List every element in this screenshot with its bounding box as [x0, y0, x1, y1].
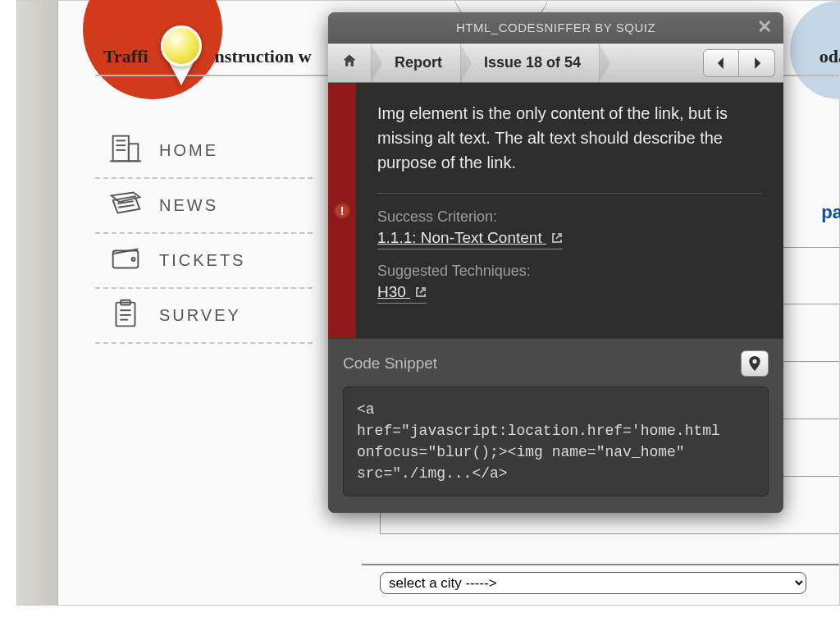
breadcrumb-bar: Report Issue 18 of 54 [328, 43, 783, 83]
breadcrumb-issue-label: Issue 18 of 54 [484, 54, 581, 71]
city-select-row: select a city -----> [362, 564, 839, 605]
snippet-header: Code Snippet [343, 350, 769, 377]
technique-value: H30 [377, 283, 406, 300]
severity-stripe: ! [328, 83, 356, 338]
sidebar-item-label: TICKETS [159, 251, 245, 270]
sidebar-item-tickets[interactable]: TICKETS [95, 234, 313, 289]
criterion-label: Success Criterion: [377, 208, 762, 226]
sidebar-item-home[interactable]: HOME [95, 124, 313, 179]
building-icon [107, 132, 144, 169]
code-snippet-section: Code Snippet <a href="javascript:locatio… [328, 338, 783, 513]
map-pin-icon [749, 356, 760, 371]
chevron-left-icon [715, 57, 727, 69]
svg-point-9 [132, 258, 135, 261]
sidebar-item-label: NEWS [159, 196, 218, 215]
headline-left: Traffi [103, 46, 148, 66]
close-button[interactable]: ✕ [756, 18, 774, 36]
newspaper-icon [107, 187, 144, 224]
breadcrumb-report-label: Report [395, 54, 442, 71]
home-icon [341, 53, 358, 73]
panel-title-bar: HTML_CODESNIFFER BY SQUIZ ✕ [328, 12, 783, 43]
sidebar-item-news[interactable]: NEWS [95, 179, 313, 234]
svg-rect-0 [113, 136, 129, 162]
left-rail [17, 1, 58, 605]
sidebar-item-survey[interactable]: SURVEY [95, 289, 313, 344]
headline-right: oda [819, 46, 840, 67]
issue-content: Img element is the only content of the l… [356, 83, 783, 338]
chevron-right-icon [751, 57, 763, 69]
divider [377, 193, 762, 194]
breadcrumb-report[interactable]: Report [372, 43, 461, 82]
partial-link[interactable]: pai [821, 202, 840, 223]
next-issue-button[interactable] [739, 49, 775, 77]
snippet-label: Code Snippet [343, 354, 437, 373]
prev-issue-button[interactable] [703, 49, 739, 77]
breadcrumb-home[interactable] [328, 43, 372, 82]
technique-label: Suggested Techniques: [377, 263, 762, 280]
side-nav: HOMENEWSTICKETSSURVEY [95, 124, 313, 344]
error-icon: ! [334, 203, 350, 219]
svg-rect-1 [129, 144, 139, 161]
wallet-icon [107, 242, 144, 279]
clipboard-icon [107, 297, 144, 334]
locate-element-button[interactable] [741, 350, 769, 377]
criterion-value: 1.1.1: Non-Text Content [377, 229, 542, 246]
svg-line-7 [118, 205, 134, 208]
page-headline: Traffi nstruction w [103, 46, 312, 67]
criterion-link[interactable]: 1.1.1: Non-Text Content [377, 229, 563, 249]
external-link-icon [551, 230, 563, 241]
technique-link[interactable]: H30 [377, 283, 427, 304]
codesniffer-panel: HTML_CODESNIFFER BY SQUIZ ✕ Report Issue… [328, 12, 783, 513]
sidebar-item-label: HOME [159, 141, 218, 160]
issue-body: ! Img element is the only content of the… [328, 83, 783, 338]
code-snippet[interactable]: <a href="javascript:location.href='home.… [343, 386, 769, 496]
headline-mid: nstruction w [215, 46, 312, 66]
marker-ball-icon [161, 25, 202, 66]
breadcrumb-issue: Issue 18 of 54 [461, 43, 600, 82]
city-select[interactable]: select a city -----> [380, 572, 806, 594]
panel-title: HTML_CODESNIFFER BY SQUIZ [456, 21, 655, 34]
issue-message: Img element is the only content of the l… [377, 101, 762, 175]
issue-marker-pin[interactable] [161, 25, 207, 91]
external-link-icon [415, 284, 427, 295]
issue-nav-arrows [703, 49, 775, 77]
sidebar-item-label: SURVEY [159, 306, 241, 325]
